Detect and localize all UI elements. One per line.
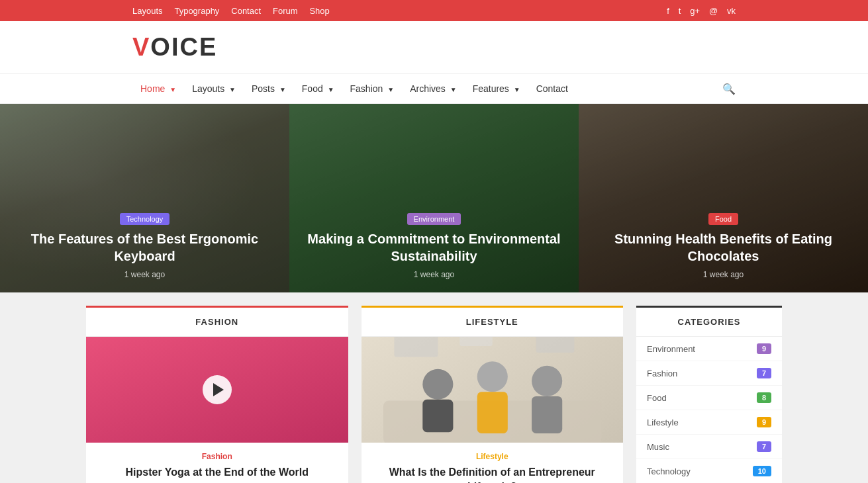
category-item-lifestyle[interactable]: Lifestyle 9 bbox=[636, 410, 782, 435]
nav-item-features[interactable]: Features ▼ bbox=[465, 74, 528, 103]
fashion-column: FASHION bbox=[86, 306, 348, 483]
fashion-post-image[interactable] bbox=[86, 337, 348, 443]
topbar-link-forum[interactable]: Forum bbox=[273, 6, 298, 16]
main-content: FASHION bbox=[0, 292, 868, 483]
nav-link-posts[interactable]: Posts ▼ bbox=[244, 74, 294, 103]
nav-link-fashion[interactable]: Fashion ▼ bbox=[342, 74, 403, 103]
hero-slide-2-date: 1 week ago bbox=[414, 270, 454, 279]
sidebar: CATEGORIES Environment 9 Fashion 7 Food … bbox=[636, 306, 782, 483]
lifestyle-post-image[interactable] bbox=[362, 337, 624, 443]
topbar-link-contact[interactable]: Contact bbox=[231, 6, 261, 16]
fashion-section-header: FASHION bbox=[86, 306, 348, 337]
svg-rect-16 bbox=[536, 337, 574, 353]
site-header: VOICE bbox=[0, 21, 868, 73]
hero-slide-3-title: Stunning Health Benefits of Eating Choco… bbox=[592, 230, 855, 265]
nav-link-features[interactable]: Features ▼ bbox=[465, 74, 528, 103]
nav-link-contact[interactable]: Contact bbox=[528, 74, 576, 103]
hero-slide-3-badge: Food bbox=[708, 213, 738, 225]
category-link-food[interactable]: Food bbox=[647, 393, 667, 403]
logo-v: V bbox=[132, 33, 150, 61]
lifestyle-post-title[interactable]: What Is the Definition of an Entrepreneu… bbox=[372, 465, 613, 483]
category-count-lifestyle: 9 bbox=[757, 417, 771, 427]
category-item-music[interactable]: Music 7 bbox=[636, 435, 782, 459]
lifestyle-post-meta: Lifestyle What Is the Definition of an E… bbox=[362, 443, 624, 483]
top-bar: Layouts Typography Contact Forum Shop f … bbox=[0, 0, 868, 21]
nav-link-home[interactable]: Home ▼ bbox=[132, 74, 184, 103]
nav-link-food[interactable]: Food ▼ bbox=[294, 74, 342, 103]
svg-rect-15 bbox=[459, 337, 492, 346]
topbar-link-typography[interactable]: Typography bbox=[174, 6, 219, 16]
category-link-technology[interactable]: Technology bbox=[647, 466, 691, 476]
hero-slide-2-title: Making a Commitment to Environmental Sus… bbox=[303, 230, 565, 265]
social-facebook-icon[interactable]: f bbox=[667, 6, 669, 16]
svg-rect-13 bbox=[532, 396, 562, 433]
nav-link-archives[interactable]: Archives ▼ bbox=[402, 74, 464, 103]
social-vk-icon[interactable]: vk bbox=[727, 6, 736, 16]
svg-rect-9 bbox=[422, 400, 453, 432]
category-count-technology: 10 bbox=[753, 466, 771, 476]
svg-rect-11 bbox=[477, 392, 507, 433]
nav-item-food[interactable]: Food ▼ bbox=[294, 74, 342, 103]
nav-item-home[interactable]: Home ▼ bbox=[132, 74, 184, 103]
chevron-down-icon: ▼ bbox=[514, 86, 520, 93]
fashion-post-meta: Fashion Hipster Yoga at the End of the W… bbox=[86, 443, 348, 483]
topbar-link-shop[interactable]: Shop bbox=[309, 6, 329, 16]
category-count-music: 7 bbox=[757, 441, 771, 452]
top-bar-links: Layouts Typography Contact Forum Shop bbox=[132, 5, 339, 16]
category-link-music[interactable]: Music bbox=[647, 442, 669, 452]
chevron-down-icon: ▼ bbox=[169, 86, 176, 93]
hero-slide-1-badge: Technology bbox=[120, 213, 170, 225]
lifestyle-section-header: LIFESTYLE bbox=[362, 306, 624, 337]
category-link-fashion[interactable]: Fashion bbox=[647, 369, 677, 378]
social-twitter-icon[interactable]: t bbox=[679, 6, 681, 16]
chevron-down-icon: ▼ bbox=[328, 86, 334, 93]
svg-point-3 bbox=[222, 341, 277, 417]
category-count-fashion: 7 bbox=[757, 368, 771, 378]
fashion-post-category: Fashion bbox=[97, 452, 338, 461]
nav-link-layouts[interactable]: Layouts ▼ bbox=[184, 74, 244, 103]
svg-point-5 bbox=[228, 395, 337, 443]
category-item-technology[interactable]: Technology 10 bbox=[636, 459, 782, 483]
category-count-food: 8 bbox=[757, 392, 771, 403]
chevron-down-icon: ▼ bbox=[387, 86, 394, 93]
category-link-environment[interactable]: Environment bbox=[647, 344, 695, 354]
category-count-environment: 9 bbox=[757, 343, 771, 354]
hero-slide-1[interactable]: Technology The Features of the Best Ergo… bbox=[0, 104, 289, 292]
chevron-down-icon: ▼ bbox=[450, 86, 457, 93]
site-logo[interactable]: VOICE bbox=[132, 33, 217, 62]
hero-slide-1-date: 1 week ago bbox=[124, 270, 165, 279]
category-item-fashion[interactable]: Fashion 7 bbox=[636, 361, 782, 386]
social-instagram-icon[interactable]: @ bbox=[709, 6, 718, 16]
category-link-lifestyle[interactable]: Lifestyle bbox=[647, 417, 679, 427]
hero-slide-1-title: The Features of the Best Ergonomic Keybo… bbox=[13, 230, 276, 265]
hero-slider: Technology The Features of the Best Ergo… bbox=[0, 104, 868, 292]
hero-slide-2-badge: Environment bbox=[407, 213, 461, 225]
categories-header: CATEGORIES bbox=[636, 306, 782, 337]
nav-item-posts[interactable]: Posts ▼ bbox=[244, 74, 294, 103]
social-googleplus-icon[interactable]: g+ bbox=[690, 6, 700, 16]
category-item-environment[interactable]: Environment 9 bbox=[636, 337, 782, 361]
search-icon[interactable]: 🔍 bbox=[722, 83, 736, 95]
play-button[interactable] bbox=[203, 375, 232, 404]
hero-slide-2[interactable]: Environment Making a Commitment to Envir… bbox=[289, 104, 579, 292]
svg-point-4 bbox=[86, 400, 217, 443]
fashion-post-title[interactable]: Hipster Yoga at the End of the World bbox=[97, 465, 338, 480]
lifestyle-column: LIFESTYLE bbox=[362, 306, 624, 483]
nav-item-fashion[interactable]: Fashion ▼ bbox=[342, 74, 403, 103]
main-nav: Home ▼ Layouts ▼ Posts ▼ Food ▼ Fashion bbox=[0, 73, 868, 104]
topbar-link-layouts[interactable]: Layouts bbox=[132, 6, 163, 16]
hero-slide-2-content: Environment Making a Commitment to Envir… bbox=[303, 213, 565, 279]
categories-widget: CATEGORIES Environment 9 Fashion 7 Food … bbox=[636, 306, 782, 483]
lifestyle-image-svg bbox=[362, 337, 624, 443]
chevron-down-icon: ▼ bbox=[279, 86, 286, 93]
svg-point-10 bbox=[477, 361, 507, 392]
nav-item-contact[interactable]: Contact bbox=[528, 74, 576, 103]
chevron-down-icon: ▼ bbox=[229, 86, 236, 93]
hero-slide-3[interactable]: Food Stunning Health Benefits of Eating … bbox=[579, 104, 868, 292]
category-item-food[interactable]: Food 8 bbox=[636, 386, 782, 410]
category-list: Environment 9 Fashion 7 Food 8 Lifestyle… bbox=[636, 337, 782, 483]
nav-items: Home ▼ Layouts ▼ Posts ▼ Food ▼ Fashion bbox=[132, 74, 722, 103]
lifestyle-post-category: Lifestyle bbox=[372, 452, 613, 461]
nav-item-archives[interactable]: Archives ▼ bbox=[402, 74, 464, 103]
nav-item-layouts[interactable]: Layouts ▼ bbox=[184, 74, 244, 103]
